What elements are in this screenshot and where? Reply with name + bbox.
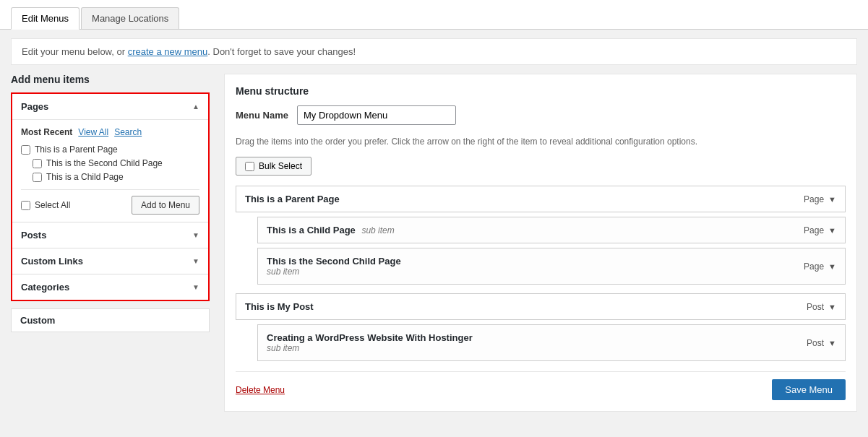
menu-item-left-my-post: This is My Post: [245, 301, 314, 312]
menu-item-left-child: This is a Child Page sub item: [267, 225, 395, 235]
menu-item-title-second-child: This is the Second Child Page: [267, 256, 401, 267]
menu-name-label: Menu Name: [236, 110, 288, 121]
main-content: Add menu items Pages ▲ Most Recent View …: [0, 74, 868, 423]
chevron-down-icon-wp-post[interactable]: ▼: [828, 339, 836, 347]
page-item-parent-label: This is a Parent Page: [35, 144, 118, 155]
notice-bar: Edit your menu below, or create a new me…: [11, 38, 857, 65]
delete-menu-link[interactable]: Delete Menu: [236, 385, 285, 395]
chevron-down-icon-custom-links: ▼: [192, 257, 199, 265]
menu-item-title-child: This is a Child Page sub item: [267, 225, 395, 235]
accordion-section-posts: Posts ▼: [12, 222, 208, 248]
save-menu-button[interactable]: Save Menu: [772, 379, 846, 400]
menu-item-sub-second-child: sub item: [267, 267, 401, 277]
tabs-bar: Edit Menus Manage Locations: [0, 0, 868, 30]
chevron-down-icon-second-child[interactable]: ▼: [828, 262, 836, 271]
menu-item-type-wp-post: Post: [807, 338, 824, 348]
create-new-menu-link[interactable]: create a new menu: [128, 46, 208, 57]
bulk-select-row: Bulk Select: [236, 157, 846, 176]
menu-item-title-my-post: This is My Post: [245, 301, 314, 312]
page-item-child-label: This is a Child Page: [46, 172, 124, 182]
page-item-parent[interactable]: This is a Parent Page: [21, 144, 199, 155]
accordion-header-categories[interactable]: Categories ▼: [12, 274, 208, 300]
page-item-child[interactable]: This is a Child Page: [33, 172, 199, 182]
page-item-second-child-checkbox[interactable]: [33, 159, 42, 168]
menu-item-type-parent: Page: [804, 194, 824, 204]
pages-content: Most Recent View All Search This is a Pa…: [12, 119, 208, 222]
tab-manage-locations[interactable]: Manage Locations: [81, 7, 179, 29]
accordion-header-pages[interactable]: Pages ▲: [12, 94, 208, 119]
accordion-header-custom-links[interactable]: Custom Links ▼: [12, 248, 208, 274]
page-item-second-child[interactable]: This is the Second Child Page: [33, 158, 199, 168]
most-recent-tab[interactable]: Most Recent: [21, 127, 72, 137]
menu-item-left-second-child: This is the Second Child Page sub item: [267, 256, 401, 277]
menu-items-list: This is a Parent Page Page ▼ This is a C…: [236, 186, 846, 361]
chevron-down-icon-child[interactable]: ▼: [828, 226, 836, 235]
menu-item-title-parent: This is a Parent Page: [245, 194, 340, 204]
custom-section: Custom: [11, 308, 210, 332]
notice-text2: . Don't forget to save your changes!: [207, 46, 356, 57]
page-item-child-checkbox[interactable]: [33, 173, 42, 182]
pages-label: Pages: [21, 101, 48, 112]
accordion-section-custom-links: Custom Links ▼: [12, 248, 208, 274]
menu-item-type-my-post: Post: [807, 302, 824, 312]
bulk-select-label: Bulk Select: [259, 161, 302, 171]
menu-item-parent-page[interactable]: This is a Parent Page Page ▼: [236, 186, 846, 212]
select-all-checkbox[interactable]: [21, 201, 30, 210]
menu-structure-title: Menu structure: [236, 85, 846, 97]
menu-name-input[interactable]: [297, 105, 456, 125]
select-all-row: Select All Add to Menu: [21, 189, 199, 215]
notice-text1: Edit your menu below, or: [22, 46, 128, 57]
select-all-label[interactable]: Select All: [21, 200, 70, 210]
menu-item-right-parent: Page ▼: [804, 194, 836, 204]
categories-label: Categories: [21, 282, 69, 293]
bulk-select-checkbox[interactable]: [245, 162, 254, 171]
posts-label: Posts: [21, 230, 46, 241]
menu-name-row: Menu Name: [236, 105, 846, 125]
menu-item-wordpress-post[interactable]: Creating a WordPress Website With Hostin…: [257, 324, 846, 361]
menu-item-left-parent: This is a Parent Page: [245, 194, 340, 204]
custom-label: Custom: [20, 315, 55, 326]
add-menu-items-title: Add menu items: [11, 74, 210, 85]
search-tab[interactable]: Search: [114, 127, 142, 137]
chevron-up-icon: ▲: [192, 103, 199, 111]
add-to-menu-button[interactable]: Add to Menu: [132, 196, 199, 215]
menu-item-right-child: Page ▼: [804, 225, 836, 235]
menu-item-my-post[interactable]: This is My Post Post ▼: [236, 293, 846, 320]
select-all-text: Select All: [35, 200, 70, 210]
page-item-second-child-label: This is the Second Child Page: [46, 158, 163, 168]
page-item-parent-checkbox[interactable]: [21, 145, 30, 155]
left-panel: Add menu items Pages ▲ Most Recent View …: [11, 74, 210, 412]
accordion-header-posts[interactable]: Posts ▼: [12, 222, 208, 248]
chevron-down-icon-my-post[interactable]: ▼: [828, 303, 836, 311]
menu-item-type-child: Page: [804, 225, 824, 235]
custom-links-label: Custom Links: [21, 256, 83, 267]
menu-item-right-second-child: Page ▼: [804, 261, 836, 272]
menu-item-left-wp-post: Creating a WordPress Website With Hostin…: [267, 332, 473, 353]
view-all-tab[interactable]: View All: [78, 127, 108, 137]
chevron-down-icon-parent[interactable]: ▼: [828, 195, 836, 204]
chevron-down-icon-categories: ▼: [192, 283, 199, 291]
drag-hint: Drag the items into the order you prefer…: [236, 135, 846, 148]
pages-tabs: Most Recent View All Search: [21, 127, 199, 137]
accordion: Pages ▲ Most Recent View All Search T: [11, 92, 210, 301]
menu-item-title-wp-post: Creating a WordPress Website With Hostin…: [267, 332, 473, 343]
bulk-select-button[interactable]: Bulk Select: [236, 157, 311, 176]
menu-item-right-wp-post: Post ▼: [807, 338, 836, 348]
accordion-section-pages: Pages ▲ Most Recent View All Search T: [12, 94, 208, 222]
tab-edit-menus[interactable]: Edit Menus: [11, 7, 80, 30]
chevron-down-icon-posts: ▼: [192, 231, 199, 239]
menu-item-child-page[interactable]: This is a Child Page sub item Page ▼: [257, 217, 846, 243]
menu-item-right-my-post: Post ▼: [807, 302, 836, 312]
bottom-bar: Delete Menu Save Menu: [236, 371, 846, 400]
menu-item-sub-wp-post: sub item: [267, 343, 473, 353]
accordion-section-categories: Categories ▼: [12, 274, 208, 300]
menu-item-sub-child: sub item: [361, 225, 394, 235]
right-panel: Menu structure Menu Name Drag the items …: [224, 74, 857, 412]
page-wrapper: Edit Menus Manage Locations Edit your me…: [0, 0, 868, 437]
menu-item-type-second-child: Page: [804, 261, 824, 272]
menu-item-second-child-page[interactable]: This is the Second Child Page sub item P…: [257, 248, 846, 285]
page-items-list: This is a Parent Page This is the Second…: [21, 144, 199, 182]
